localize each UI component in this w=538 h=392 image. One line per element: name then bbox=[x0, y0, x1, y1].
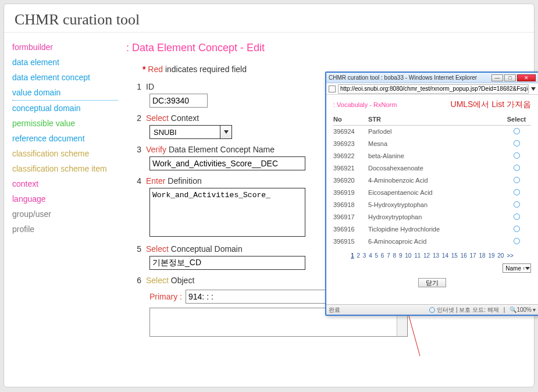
cell-str: 5-Hydroxytryptophan bbox=[368, 201, 502, 209]
select-radio[interactable] bbox=[514, 152, 520, 159]
page-link[interactable]: 6 bbox=[380, 252, 385, 259]
cell-str: 6-Aminocaproic Acid bbox=[368, 238, 502, 245]
close-button[interactable]: ✕ bbox=[517, 74, 536, 81]
page-link[interactable]: 7 bbox=[386, 252, 391, 259]
content-heading: : Data Element Concept - Edit bbox=[126, 42, 528, 54]
select-radio[interactable] bbox=[514, 140, 520, 147]
table-row: 396923Mesna bbox=[333, 138, 531, 150]
page-link[interactable]: 13 bbox=[432, 252, 440, 259]
row-label: ID bbox=[146, 82, 154, 91]
page-link[interactable]: 11 bbox=[414, 252, 421, 259]
page-link[interactable]: 4 bbox=[368, 252, 373, 259]
select-radio[interactable] bbox=[514, 201, 520, 208]
id-input[interactable] bbox=[149, 94, 208, 108]
page-link[interactable]: 3 bbox=[362, 252, 367, 259]
row-label-rest: Conceptual Domain bbox=[171, 244, 243, 254]
chevron-down-icon[interactable] bbox=[523, 267, 530, 270]
sidebar-item-5[interactable]: permissible value bbox=[12, 116, 118, 131]
url-input[interactable]: http://eoi.snubi.org:8080/chmr_test/rxno… bbox=[338, 84, 529, 94]
cell-no: 396923 bbox=[333, 140, 368, 148]
page-link[interactable]: 12 bbox=[423, 252, 430, 259]
sidebar-item-7[interactable]: classification scheme bbox=[12, 146, 118, 161]
status-zone: 인터넷 | 보호 모드: 해제 bbox=[437, 306, 499, 314]
table-row: 396919Eicosapentaenoic Acid bbox=[333, 187, 531, 199]
select-radio[interactable] bbox=[514, 128, 520, 134]
row-label-red: Select bbox=[146, 244, 169, 254]
row-label-red: Enter bbox=[146, 176, 165, 186]
umls-annotation: UMLS에서 List 가져옴 bbox=[451, 99, 531, 110]
cell-str: Docosahexaenoate bbox=[368, 165, 502, 172]
context-select[interactable]: SNUBI bbox=[149, 125, 232, 139]
chevron-down-icon[interactable] bbox=[220, 126, 231, 138]
cell-str: Ticlopidine Hydrochloride bbox=[368, 226, 502, 233]
page-link[interactable]: 14 bbox=[441, 252, 449, 259]
page-link[interactable]: 15 bbox=[451, 252, 458, 259]
cell-str: 4-Aminobenzoic Acid bbox=[368, 177, 502, 184]
popup-address-bar: http://eoi.snubi.org:8080/chmr_test/rxno… bbox=[326, 83, 538, 95]
sidebar-item-10[interactable]: language bbox=[12, 191, 118, 206]
select-radio[interactable] bbox=[514, 177, 520, 183]
col-header-no: No bbox=[333, 116, 368, 123]
select-radio[interactable] bbox=[514, 213, 520, 220]
select-radio[interactable] bbox=[514, 238, 520, 244]
sidebar-item-11[interactable]: group/user bbox=[12, 206, 118, 222]
cell-str: Mesna bbox=[368, 140, 502, 148]
popup-window: CHMR curation tool : boba33 - Windows In… bbox=[325, 72, 538, 316]
maximize-button[interactable]: □ bbox=[504, 74, 516, 81]
conceptual-domain-input[interactable] bbox=[149, 256, 305, 270]
page-link[interactable]: >> bbox=[506, 252, 514, 259]
row-num: 2 bbox=[126, 113, 146, 123]
definition-textarea[interactable] bbox=[149, 188, 305, 237]
concept-name-input[interactable] bbox=[149, 156, 305, 170]
filter-select[interactable]: Name bbox=[503, 263, 531, 273]
sidebar-item-0[interactable]: formbuilder bbox=[12, 40, 118, 55]
sidebar-item-2[interactable]: data element concept bbox=[12, 70, 118, 85]
page-link[interactable]: 5 bbox=[375, 252, 379, 259]
table-row: 396922beta-Alanine bbox=[333, 150, 531, 162]
page-icon bbox=[329, 85, 336, 92]
asterisk-icon: * bbox=[142, 65, 145, 74]
page-link[interactable]: 19 bbox=[487, 252, 495, 259]
table-row: 3969204-Aminobenzoic Acid bbox=[333, 174, 531, 187]
page-link[interactable]: 10 bbox=[404, 252, 412, 259]
row-label-rest: Definition bbox=[168, 176, 201, 186]
page-link[interactable]: 9 bbox=[398, 252, 403, 259]
status-zoom-icon: 🔍 bbox=[510, 307, 516, 313]
page-link[interactable]: 8 bbox=[393, 252, 397, 259]
page-link[interactable]: 18 bbox=[478, 252, 486, 259]
chevron-down-icon[interactable] bbox=[531, 87, 536, 91]
sidebar-item-3[interactable]: value domain bbox=[12, 85, 118, 101]
popup-title: CHMR curation tool : boba33 - Windows In… bbox=[329, 74, 477, 81]
filter-value: Name bbox=[503, 265, 523, 272]
page-link[interactable]: 20 bbox=[497, 252, 504, 259]
sidebar-item-9[interactable]: context bbox=[12, 176, 118, 191]
page-link[interactable]: 2 bbox=[356, 252, 361, 259]
page-link[interactable]: 17 bbox=[469, 252, 477, 259]
primary-label: Primary : bbox=[149, 292, 182, 301]
note-rest: indicates required field bbox=[165, 65, 247, 74]
table-row: 3969156-Aminocaproic Acid bbox=[333, 236, 531, 248]
popup-close-button[interactable]: 닫기 bbox=[418, 278, 446, 287]
select-radio[interactable] bbox=[514, 226, 520, 232]
row-num: 4 bbox=[126, 176, 146, 186]
table-row: 396916Ticlopidine Hydrochloride bbox=[333, 223, 531, 236]
cell-str: Parlodel bbox=[368, 128, 502, 136]
minimize-button[interactable]: — bbox=[491, 74, 503, 81]
cell-no: 396916 bbox=[333, 226, 368, 233]
cell-str: Eicosapentaenoic Acid bbox=[368, 189, 502, 197]
table-row: 396921Docosahexaenoate bbox=[333, 162, 531, 174]
page-link[interactable]: 16 bbox=[460, 252, 468, 259]
sidebar-item-12[interactable]: profile bbox=[12, 222, 118, 237]
sidebar-item-8[interactable]: classification scheme item bbox=[12, 161, 118, 176]
popup-titlebar[interactable]: CHMR curation tool : boba33 - Windows In… bbox=[326, 73, 538, 83]
sidebar-item-1[interactable]: data element bbox=[12, 55, 118, 70]
sidebar-item-6[interactable]: reference document bbox=[12, 131, 118, 146]
select-radio[interactable] bbox=[514, 189, 520, 195]
page-link[interactable]: 1 bbox=[350, 252, 355, 259]
select-radio[interactable] bbox=[514, 165, 520, 171]
status-done: 완료 bbox=[329, 306, 340, 314]
popup-content: : Vocabulaly - RxNorm UMLS에서 List 가져옴 No… bbox=[326, 95, 538, 304]
vocab-table: No STR Select 396924Parlodel396923Mesna3… bbox=[333, 113, 531, 248]
row-num: 1 bbox=[126, 82, 146, 91]
sidebar-item-4[interactable]: conceptual domain bbox=[12, 101, 118, 116]
